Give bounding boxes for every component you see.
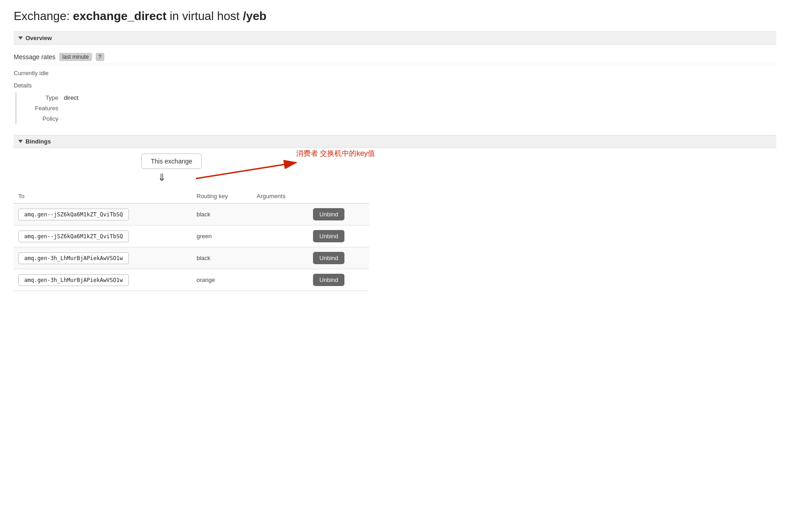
cell-routing-key-1: green: [192, 225, 252, 247]
cell-arguments-2: [252, 247, 308, 269]
cell-queue-3: amq.gen-3h_LhMurBjAPiekAwVSO1w: [14, 269, 192, 291]
cell-routing-key-0: black: [192, 204, 252, 225]
details-label: Details: [14, 80, 776, 92]
details-table: Type direct Features Policy: [15, 92, 776, 124]
cell-arguments-1: [252, 225, 308, 247]
detail-type-row: Type direct: [22, 92, 776, 103]
queue-name-1: amq.gen--jSZ6kQa6M1kZT_QviTbSQ: [18, 230, 129, 242]
table-row: amq.gen--jSZ6kQa6M1kZT_QviTbSQ black Unb…: [14, 204, 369, 225]
overview-collapse-icon[interactable]: [18, 36, 23, 40]
col-to: To: [14, 189, 192, 204]
unbind-button-1[interactable]: Unbind: [313, 230, 344, 242]
type-label: Type: [22, 94, 58, 101]
last-minute-badge[interactable]: last minute: [59, 53, 92, 61]
col-action: [308, 189, 369, 204]
cell-action-0: Unbind: [308, 204, 369, 225]
question-badge[interactable]: ?: [96, 53, 104, 61]
message-rates-row: Message rates last minute ?: [14, 50, 776, 64]
unbind-button-0[interactable]: Unbind: [313, 208, 344, 220]
bindings-header: Bindings: [14, 135, 776, 148]
message-rates-label: Message rates: [14, 53, 56, 61]
overview-label: Overview: [26, 35, 52, 41]
col-arguments: Arguments: [252, 189, 308, 204]
cell-routing-key-3: orange: [192, 269, 252, 291]
detail-policy-row: Policy: [22, 113, 776, 124]
bindings-section: Bindings This exchange ⇓ 消费者 交换机中的key值 T…: [14, 135, 776, 291]
overview-header: Overview: [14, 31, 776, 45]
cell-arguments-3: [252, 269, 308, 291]
page-title: Exchange: exchange_direct in virtual hos…: [14, 9, 776, 23]
cell-queue-2: amq.gen-3h_LhMurBjAPiekAwVSO1w: [14, 247, 192, 269]
features-label: Features: [22, 105, 58, 112]
unbind-button-3[interactable]: Unbind: [313, 274, 344, 286]
cell-routing-key-2: black: [192, 247, 252, 269]
annotation-arrow: [191, 158, 314, 183]
table-header-row: To Routing key Arguments: [14, 189, 369, 204]
policy-label: Policy: [22, 115, 58, 122]
table-row: amq.gen-3h_LhMurBjAPiekAwVSO1w black Unb…: [14, 247, 369, 269]
svg-line-1: [196, 163, 296, 179]
currently-idle: Currently idle: [14, 68, 776, 80]
queue-name-0: amq.gen--jSZ6kQa6M1kZT_QviTbSQ: [18, 209, 129, 220]
bindings-label: Bindings: [26, 138, 51, 145]
cell-arguments-0: [252, 204, 308, 225]
queue-name-2: amq.gen-3h_LhMurBjAPiekAwVSO1w: [18, 252, 129, 264]
type-value: direct: [64, 94, 78, 101]
bindings-table: To Routing key Arguments amq.gen--jSZ6kQ…: [14, 189, 369, 291]
bindings-collapse-icon[interactable]: [18, 140, 23, 143]
cell-queue-1: amq.gen--jSZ6kQa6M1kZT_QviTbSQ: [14, 225, 192, 247]
table-row: amq.gen--jSZ6kQa6M1kZT_QviTbSQ green Unb…: [14, 225, 369, 247]
annotation-text: 消费者 交换机中的key值: [296, 149, 375, 159]
unbind-button-2[interactable]: Unbind: [313, 252, 344, 264]
cell-action-2: Unbind: [308, 247, 369, 269]
detail-features-row: Features: [22, 103, 776, 113]
cell-action-1: Unbind: [308, 225, 369, 247]
col-routing-key: Routing key: [192, 189, 252, 204]
table-row: amq.gen-3h_LhMurBjAPiekAwVSO1w orange Un…: [14, 269, 369, 291]
overview-section: Overview Message rates last minute ? Cur…: [14, 31, 776, 124]
queue-name-3: amq.gen-3h_LhMurBjAPiekAwVSO1w: [18, 274, 129, 286]
cell-queue-0: amq.gen--jSZ6kQa6M1kZT_QviTbSQ: [14, 204, 192, 225]
cell-action-3: Unbind: [308, 269, 369, 291]
